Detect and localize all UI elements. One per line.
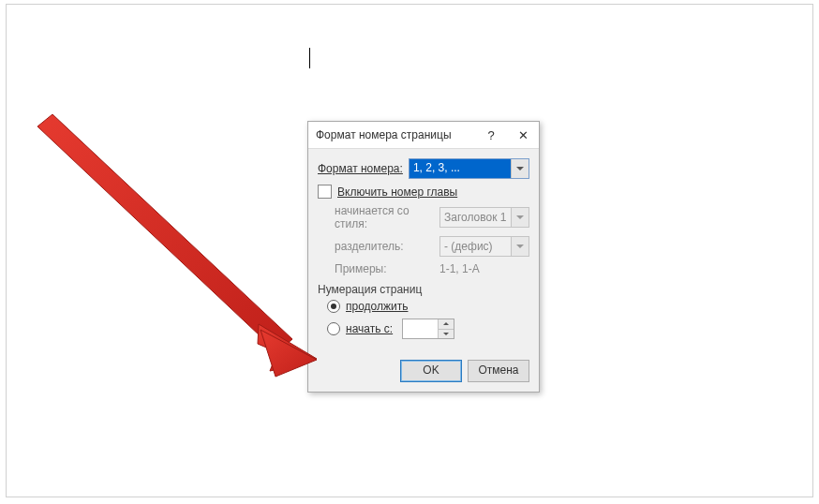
spinner-down-icon[interactable] [439,330,454,339]
dialog-buttons: OK Отмена [308,352,539,392]
page-number-format-dialog: Формат номера страницы ? ✕ Формат номера… [307,121,540,393]
start-at-label: начать с: [346,322,393,335]
page-numbering-group: продолжить начать с: [318,300,529,339]
include-chapter-checkbox[interactable] [318,185,332,199]
number-format-label: Формат номера: [318,162,403,175]
continue-label: продолжить [346,300,408,313]
ok-button[interactable]: OK [400,360,462,382]
examples-label: Примеры: [335,262,439,275]
dialog-body: Формат номера: 1, 2, 3, ... Включить ном… [308,149,539,352]
starts-style-label: начинается со стиля: [335,204,439,230]
continue-radio[interactable] [327,300,340,313]
close-button[interactable]: ✕ [507,122,539,148]
spinner-up-icon[interactable] [439,319,454,330]
starts-style-value: Заголовок 1 [440,211,511,224]
text-cursor [309,48,310,68]
start-at-value[interactable] [403,319,438,338]
separator-combo: - (дефис) [439,236,529,257]
dialog-titlebar: Формат номера страницы ? ✕ [308,122,539,149]
continue-radio-row[interactable]: продолжить [327,300,529,313]
number-format-combo[interactable]: 1, 2, 3, ... [409,158,529,179]
include-chapter-row[interactable]: Включить номер главы [318,185,529,199]
start-at-spinner[interactable] [402,319,454,339]
chevron-down-icon[interactable] [511,159,529,178]
number-format-row: Формат номера: 1, 2, 3, ... [318,158,529,179]
start-at-radio[interactable] [327,322,340,335]
starts-style-combo: Заголовок 1 [439,207,529,228]
examples-value: 1-1, 1-A [439,262,480,275]
help-button[interactable]: ? [475,122,507,148]
separator-label: разделитель: [335,240,439,253]
chevron-down-icon [511,208,529,227]
chevron-down-icon [511,237,529,256]
chapter-subgroup: начинается со стиля: Заголовок 1 раздели… [318,204,529,275]
start-at-radio-row[interactable]: начать с: [327,319,529,339]
cancel-button[interactable]: Отмена [468,360,529,382]
separator-value: - (дефис) [440,240,511,253]
number-format-selected: 1, 2, 3, ... [410,159,511,178]
dialog-title: Формат номера страницы [316,128,475,141]
include-chapter-label: Включить номер главы [337,185,457,199]
page-numbering-label: Нумерация страниц [318,283,529,296]
